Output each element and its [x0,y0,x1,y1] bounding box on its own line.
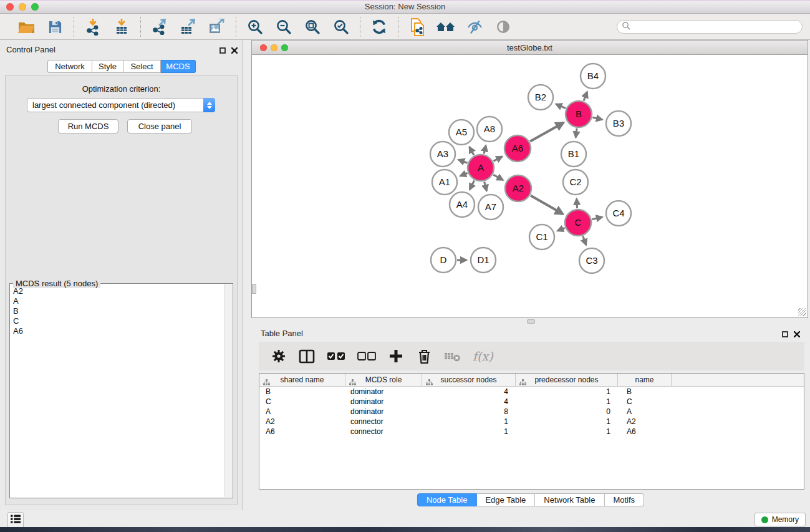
open-session-icon[interactable] [17,17,36,36]
canvas-left-handle[interactable] [252,284,256,294]
maximize-network-icon[interactable] [281,44,288,51]
function-builder-button[interactable]: f(x) [473,349,493,363]
show-details-icon[interactable] [494,17,513,36]
export-network-icon[interactable] [150,17,169,36]
table-cell[interactable]: 1 [422,427,516,437]
criterion-dropdown[interactable]: largest connected component (directed) [27,98,215,112]
graph-edge-B-B1[interactable] [576,128,577,137]
graph-edge-B-B2[interactable] [556,104,566,109]
table-cell[interactable]: A2 [259,417,345,427]
network-window-titlebar[interactable]: testGlobe.txt [251,40,808,55]
table-cell[interactable]: 0 [516,407,618,417]
graph-edge-A-A7[interactable] [485,181,487,191]
close-panel-icon[interactable] [231,45,238,56]
tab-motifs[interactable]: Motifs [604,493,644,506]
table-cell[interactable]: 1 [516,387,618,397]
tab-select[interactable]: Select [123,60,161,73]
table-cell[interactable]: A2 [618,417,672,427]
zoom-out-icon[interactable] [274,17,293,36]
search-box[interactable] [617,20,803,34]
delete-table-icon[interactable] [444,347,461,365]
table-cell[interactable]: C [259,397,345,407]
graph-edge-A-A6[interactable] [493,157,502,161]
graph-edge-A-A3[interactable] [458,160,467,163]
table-cell[interactable]: A6 [618,427,672,437]
delete-column-icon[interactable] [416,347,432,365]
table-cell[interactable]: 1 [516,427,618,437]
table-cell[interactable]: 4 [422,397,516,407]
graph-edge-A-A8[interactable] [484,145,486,153]
table-cell[interactable]: B [618,387,672,397]
run-mcds-button[interactable]: Run MCDS [58,119,118,133]
graph-edge-A6-B[interactable] [530,123,564,142]
maximize-window-icon[interactable] [31,3,39,11]
task-history-button[interactable] [7,512,24,528]
table-cell[interactable]: 1 [516,417,618,427]
table-cell[interactable]: connector [345,417,422,427]
graph-edge-C-C3[interactable] [583,236,586,245]
column-header-shared-name[interactable]: shared name [259,374,345,387]
minimize-window-icon[interactable] [19,3,26,11]
save-session-icon[interactable] [46,17,64,36]
float-table-panel-icon[interactable] [782,329,788,340]
network-canvas[interactable]: B4B2BB3A5A8A6B1A3AC2A1A2A4A7C4CC1DD1C3 [251,55,808,318]
tab-style[interactable]: Style [92,60,123,73]
tab-mcds[interactable]: MCDS [161,60,196,73]
float-panel-icon[interactable] [219,45,226,56]
table-cell[interactable]: 1 [422,417,516,427]
graph-edge-B-B4[interactable] [584,92,587,100]
close-window-icon[interactable] [6,3,14,11]
column-header-successor-nodes[interactable]: successor nodes [422,374,516,387]
graph-edge-C-C2[interactable] [577,199,577,208]
home-layout-icon[interactable] [436,17,455,36]
close-network-icon[interactable] [260,44,267,51]
window-resize-grip[interactable] [798,308,806,316]
table-cell[interactable]: connector [345,427,422,437]
hide-details-icon[interactable] [465,17,484,36]
graph-edge-C-C4[interactable] [592,217,602,220]
result-item[interactable]: B [10,306,223,316]
network-graph[interactable]: B4B2BB3A5A8A6B1A3AC2A1A2A4A7C4CC1DD1C3 [252,55,808,317]
graph-edge-A2-C[interactable] [531,195,563,214]
result-item[interactable]: A2 [10,286,223,296]
graph-edge-A-A2[interactable] [493,175,503,180]
table-row[interactable]: Adominator80A [259,407,804,417]
table-cell[interactable]: A6 [259,427,345,437]
table-cell[interactable]: B [259,387,345,397]
result-item[interactable]: C [10,316,223,326]
table-cell[interactable]: dominator [345,397,422,407]
graph-edge-C-C1[interactable] [557,228,565,231]
graph-edge-B-B3[interactable] [592,117,602,120]
table-cell[interactable]: dominator [345,387,422,397]
result-item[interactable]: A [10,296,223,306]
column-header-name[interactable]: name [618,374,672,387]
table-cell[interactable]: A [259,407,345,417]
tab-network[interactable]: Network [47,60,92,73]
zoom-fit-icon[interactable] [303,17,322,36]
table-row[interactable]: A6connector11A6 [259,427,804,437]
table-cell[interactable]: 8 [422,407,516,417]
table-cell[interactable]: dominator [345,407,422,417]
minimize-network-icon[interactable] [271,44,277,51]
add-column-icon[interactable] [388,347,404,365]
table-cell[interactable]: 4 [422,387,516,397]
deselect-all-icon[interactable] [357,347,376,365]
panel-divider-grip[interactable] [527,319,535,324]
table-cell[interactable]: 1 [516,397,618,407]
refresh-layout-icon[interactable] [370,17,388,36]
result-item[interactable]: A6 [10,326,223,336]
graph-edge-A-A4[interactable] [470,181,474,190]
import-network-icon[interactable] [84,17,102,36]
table-cell[interactable]: A [618,407,672,417]
select-all-icon[interactable] [327,347,345,365]
zoom-selected-icon[interactable] [332,17,350,36]
graph-edge-A-A1[interactable] [460,173,468,177]
close-table-panel-icon[interactable] [794,329,800,340]
tab-network-table[interactable]: Network Table [535,493,604,506]
close-panel-button[interactable]: Close panel [127,119,192,133]
tab-node-table[interactable]: Node Table [417,493,477,506]
memory-button[interactable]: Memory [755,513,806,526]
zoom-in-icon[interactable] [246,17,264,36]
duplicate-network-icon[interactable] [408,17,427,36]
import-table-icon[interactable] [112,17,131,36]
